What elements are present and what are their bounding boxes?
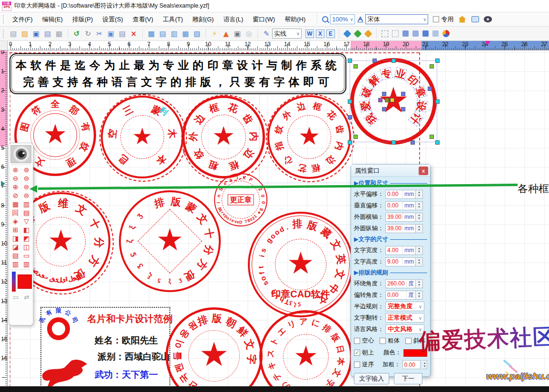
new-file-icon[interactable]: ▤ xyxy=(9,29,18,39)
grid-square-template-icon[interactable]: ▦ xyxy=(12,201,19,208)
properties-panel-header[interactable]: 属性窗口 x xyxy=(351,165,430,177)
ruler-marker-down-icon[interactable] xyxy=(485,41,490,45)
align-left-icon[interactable]: ▤ xyxy=(158,29,167,39)
export-excel-icon[interactable]: X xyxy=(316,29,324,38)
menu-编辑E[interactable]: 编辑(E) xyxy=(38,12,68,27)
redo-icon[interactable]: ↻ xyxy=(83,29,93,39)
seal-mongolian-round[interactable]: ★皀空三蒙木本利 xyxy=(101,96,184,178)
field-input[interactable]: 0.00度 xyxy=(385,291,416,300)
pie-chart-icon[interactable] xyxy=(442,30,450,37)
seal-correction[interactable]: WinSealXP 2009★ 12087 Developer更正章 xyxy=(214,173,267,226)
section-header[interactable]: ▶文字的尺寸 xyxy=(354,235,388,244)
selection-handle[interactable] xyxy=(435,99,440,104)
grid-wide-template-icon[interactable]: ▥ xyxy=(23,201,29,208)
ruler-marker-right-icon[interactable] xyxy=(1,181,5,186)
close-icon[interactable]: x xyxy=(419,167,428,175)
field-input[interactable]: 4.00mm xyxy=(385,246,416,255)
export-word-icon[interactable]: W xyxy=(305,29,314,38)
split-top-template-icon[interactable]: ◪ xyxy=(12,244,19,251)
menu-语言L[interactable]: 语言(L) xyxy=(218,12,248,27)
distribute-h-icon[interactable]: ▧ xyxy=(192,29,202,39)
print-preview-icon[interactable]: ▤ xyxy=(43,29,52,39)
eye-preview-icon[interactable] xyxy=(484,16,492,22)
rect-split-template-icon[interactable]: ▤ xyxy=(23,209,29,216)
snapshot-icon[interactable]: ▣ xyxy=(233,29,242,39)
distribute-v-icon[interactable]: ▦ xyxy=(181,29,190,39)
seal-korean[interactable]: ★한국펜들이응원排版朝鲜文字 xyxy=(166,307,263,387)
selection-handle[interactable] xyxy=(430,135,434,139)
field-dropdown[interactable]: 完整角度∨ xyxy=(385,302,424,311)
cells-a-template-icon[interactable]: ▥ xyxy=(12,261,19,268)
seal-coarse-border[interactable]: ★粗纹外边框花齿内边框 xyxy=(182,96,265,178)
select-nodes-icon[interactable] xyxy=(392,30,399,37)
lightning-icon[interactable]: ⚡ xyxy=(210,29,219,39)
next-button[interactable]: 下一 xyxy=(394,373,422,384)
menu-文件F[interactable]: 文件(F) xyxy=(8,12,38,27)
diamond-template-icon[interactable]: ◈ xyxy=(13,218,18,225)
selection-handle[interactable] xyxy=(392,140,396,145)
field-input[interactable]: 0.00mm xyxy=(385,190,416,199)
italic-checkbox[interactable] xyxy=(405,338,412,344)
line-style-select[interactable]: 实线∨ xyxy=(272,29,302,39)
refresh-icon[interactable]: ⇄ xyxy=(24,294,29,301)
section-header[interactable]: ▶排版的规则 xyxy=(354,269,388,277)
zoom-select[interactable]: 100%∨ xyxy=(330,14,355,24)
seal-tibetan-english[interactable]: ★排版藏文英文中文This soft is good.ϛξʒ印章CAD软件 xyxy=(248,212,353,317)
circle-badge-template-icon[interactable]: ⊚ xyxy=(24,167,29,174)
ellipse-bar-template-icon[interactable]: ⊘ xyxy=(13,192,19,199)
gem-blue-icon[interactable] xyxy=(343,29,352,38)
library-icon[interactable] xyxy=(471,16,479,22)
center-object-icon[interactable]: ▩ xyxy=(147,29,156,39)
slogan-banner[interactable]: 本软件是迄今为止最为专业的印章设计与制作系统 完善支持各种语言文字的排版，只要有… xyxy=(10,53,346,94)
selection-handle[interactable] xyxy=(390,98,394,102)
ellipse-bars-template-icon[interactable]: ⊜ xyxy=(24,184,29,191)
print-icon[interactable]: ▦ xyxy=(54,29,64,39)
arrange-shape-icon-2[interactable] xyxy=(422,30,429,37)
palette-card-icon[interactable]: ▭ xyxy=(13,294,19,301)
export-email-icon[interactable]: E xyxy=(326,29,335,38)
field-input[interactable]: 9.00mm xyxy=(385,257,416,266)
split-hbar-template-icon[interactable]: ▤ xyxy=(12,252,19,259)
ellipse-star-template-icon[interactable]: ⊕ xyxy=(13,184,19,191)
text-input-button[interactable]: 文字输入 xyxy=(354,373,389,384)
menu-窗口W[interactable]: 窗口(W) xyxy=(248,12,280,27)
selection-handle[interactable] xyxy=(392,59,396,63)
selection-handle[interactable] xyxy=(353,135,358,139)
paste-icon[interactable]: ▤ xyxy=(118,29,127,39)
selection-handle[interactable] xyxy=(411,140,415,145)
selection-handle[interactable] xyxy=(348,99,352,104)
font-size-icon[interactable]: ᗅ xyxy=(357,16,363,23)
ink-icon[interactable]: ▲ xyxy=(221,29,231,39)
selection-handle[interactable] xyxy=(378,98,382,102)
field-dropdown[interactable]: 正常模式∨ xyxy=(385,313,424,323)
gem-orange-icon[interactable] xyxy=(364,29,373,38)
field-spinner[interactable]: ▲▼ xyxy=(416,291,423,300)
gem-green-icon[interactable] xyxy=(354,29,362,38)
menu-雕刻G[interactable]: 雕刻(G) xyxy=(188,12,219,27)
split-vert-template-icon[interactable]: ◫ xyxy=(23,244,29,251)
field-spinner[interactable]: ▲▼ xyxy=(416,279,423,288)
selection-handle[interactable] xyxy=(382,92,386,96)
field-spinner[interactable]: ▲▼ xyxy=(416,190,423,199)
field-spinner[interactable]: ▲▼ xyxy=(416,201,423,210)
stroke-weight-spinner[interactable]: ▲▼ xyxy=(422,360,427,369)
dedicated-checkbox[interactable] xyxy=(433,16,439,22)
ellipse-dual-template-icon[interactable]: ⊜ xyxy=(24,192,29,199)
current-color-swatch[interactable] xyxy=(18,274,32,289)
selection-handle[interactable] xyxy=(428,87,432,91)
arrange-shape-icon-3[interactable] xyxy=(432,30,439,37)
field-input[interactable]: 39.00mm xyxy=(385,213,416,222)
hollow-checkbox[interactable] xyxy=(354,338,360,344)
field-spinner[interactable]: ▲▼ xyxy=(416,213,423,222)
zoom-icon[interactable] xyxy=(322,16,328,22)
menu-设置S[interactable]: 设置(S) xyxy=(98,12,127,27)
seal-japanese[interactable]: ★のテキストエリアに排版日本文字 xyxy=(259,310,353,387)
business-card-example[interactable]: 名片和卡片设计范例 姓名：欧阳先生 派别：西域白驼山 武功：天下第一 讯有限公司 xyxy=(40,307,170,387)
menu-工具T[interactable]: 工具(T) xyxy=(158,12,188,27)
font-select[interactable]: 宋体∨ xyxy=(365,14,428,24)
field-spinner[interactable]: ▲▼ xyxy=(416,257,423,266)
copy-icon[interactable]: ▣ xyxy=(106,29,116,39)
selection-handle[interactable] xyxy=(373,59,377,63)
selection-handle[interactable] xyxy=(348,115,352,119)
home-icon[interactable] xyxy=(458,16,466,23)
